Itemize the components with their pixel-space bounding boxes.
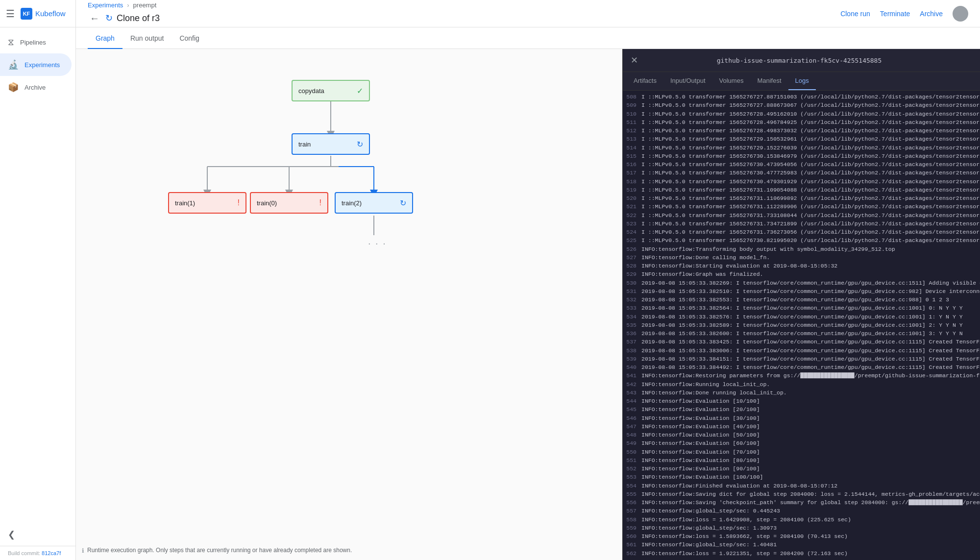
log-line: 556INFO:tensorflow:Saving 'checkpoint_pa… xyxy=(623,498,980,507)
panel-tab-input-output[interactable]: Input/Output xyxy=(663,72,712,90)
log-line-number: 562 xyxy=(623,549,641,558)
log-line: 512I ::MLPv0.5.0 transformer 1565276728.… xyxy=(623,126,980,135)
log-line: 543INFO:tensorflow:Done running local_in… xyxy=(623,389,980,397)
sidebar-item-experiments[interactable]: 🔬 Experiments xyxy=(0,53,72,76)
log-line: 5342019-08-08 15:05:33.382576: I tensorf… xyxy=(623,313,980,321)
log-line: 528INFO:tensorflow:Starting evaluation a… xyxy=(623,262,980,270)
log-line-number: 517 xyxy=(623,169,641,177)
log-line-number: 529 xyxy=(623,270,641,278)
log-line: 510I ::MLPv0.5.0 transformer 1565276728.… xyxy=(623,110,980,118)
panel-close-button[interactable]: ✕ xyxy=(631,55,638,66)
hamburger-menu-button[interactable]: ☰ xyxy=(6,8,15,20)
log-line: 554INFO:tensorflow:Finished evaluation a… xyxy=(623,482,980,490)
main-content: Experiments › preempt ← ↻ Clone of r3 Cl… xyxy=(76,0,980,560)
log-line: 519I ::MLPv0.5.0 transformer 1565276731.… xyxy=(623,186,980,194)
sidebar-collapse-button[interactable]: ❮ xyxy=(0,523,75,546)
terminate-button[interactable]: Terminate xyxy=(880,10,910,18)
node-copydata-status-icon: ✓ xyxy=(357,86,363,96)
breadcrumb-separator: › xyxy=(127,1,129,9)
log-line: 516I ::MLPv0.5.0 transformer 1565276730.… xyxy=(623,160,980,169)
node-train0-label: train(0) xyxy=(257,199,277,207)
log-line-text: 2019-08-08 15:05:33.382600: I tensorflow… xyxy=(641,329,980,338)
log-line: 511I ::MLPv0.5.0 transformer 1565276728.… xyxy=(623,118,980,126)
log-line-text: I ::MLPv0.5.0 transformer 1565276731.734… xyxy=(641,219,980,228)
log-line-text: INFO:tensorflow:Evaluation [20/100] xyxy=(641,405,980,414)
panel-tab-artifacts[interactable]: Artifacts xyxy=(627,72,663,90)
log-line-text: INFO:tensorflow:Evaluation [30/100] xyxy=(641,414,980,422)
log-line-number: 513 xyxy=(623,135,641,143)
log-line-text: 2019-08-08 15:05:33.382510: I tensorflow… xyxy=(641,287,980,295)
log-line-text: INFO:tensorflow:global_step/sec: 1.40481 xyxy=(641,540,980,549)
log-line: 5392019-08-08 15:05:33.384151: I tensorf… xyxy=(623,355,980,363)
log-line-text: INFO:tensorflow:Evaluation [60/100] xyxy=(641,439,980,447)
log-line-text: I ::MLPv0.5.0 transformer 1565276730.479… xyxy=(641,177,980,186)
breadcrumb-experiments-link[interactable]: Experiments xyxy=(88,1,123,9)
tab-graph[interactable]: Graph xyxy=(88,27,122,49)
log-line-text: INFO:tensorflow:Finished evaluation at 2… xyxy=(641,482,980,490)
log-line-number: 516 xyxy=(623,160,641,169)
panel-title: github-issue-summarization-fk5cv-4255145… xyxy=(717,57,882,64)
app-name-label: Kubeflow xyxy=(35,9,66,18)
user-avatar[interactable] xyxy=(953,6,968,22)
log-line: 5382019-08-08 15:05:33.383006: I tensorf… xyxy=(623,346,980,355)
log-line-number: 543 xyxy=(623,389,641,397)
log-line-number: 552 xyxy=(623,464,641,473)
log-line-text: I ::MLPv0.5.0 transformer 1565276731.736… xyxy=(641,228,980,236)
build-hash-link[interactable]: 812ca7f xyxy=(42,550,61,556)
log-line-text: 2019-08-08 15:05:33.382269: I tensorflow… xyxy=(641,279,980,287)
node-train2[interactable]: train(2) ↻ xyxy=(335,192,413,214)
node-train1-label: train(1) xyxy=(175,199,195,207)
log-area[interactable]: 508I ::MLPv0.5.0 transformer 1565276727.… xyxy=(623,91,980,560)
archive-button[interactable]: Archive xyxy=(920,10,943,18)
sidebar-header: ☰ KF Kubeflow xyxy=(0,0,75,27)
panel-tab-volumes[interactable]: Volumes xyxy=(712,72,751,90)
panel-tab-manifest[interactable]: Manifest xyxy=(750,72,788,90)
back-button[interactable]: ← xyxy=(88,11,101,26)
log-line-text: INFO:tensorflow:Running local_init_op. xyxy=(641,380,980,389)
archive-icon: 📦 xyxy=(8,82,19,93)
log-line-text: I ::MLPv0.5.0 transformer 1565276727.888… xyxy=(641,101,980,109)
log-line-number: 525 xyxy=(623,236,641,244)
sidebar-item-archive-label: Archive xyxy=(24,84,46,91)
kubeflow-logo-icon: KF xyxy=(21,8,32,20)
sidebar-item-pipelines[interactable]: ⧖ Pipelines xyxy=(0,31,72,53)
clone-run-button[interactable]: Clone run xyxy=(840,10,870,18)
tab-run-output[interactable]: Run output xyxy=(122,27,172,49)
node-train[interactable]: train ↻ xyxy=(292,133,370,155)
log-line-number: 560 xyxy=(623,532,641,540)
panel-tab-logs[interactable]: Logs xyxy=(788,72,816,90)
breadcrumb-current: preempt xyxy=(133,1,157,9)
log-line-number: 547 xyxy=(623,422,641,431)
log-line-text: INFO:tensorflow:Evaluation [100/100] xyxy=(641,473,980,481)
tab-config[interactable]: Config xyxy=(172,27,207,49)
node-train1[interactable]: train(1) ! xyxy=(168,192,246,214)
log-line-text: INFO:tensorflow:global_step/sec: 1.30973 xyxy=(641,524,980,532)
log-line-number: 508 xyxy=(623,93,641,101)
sidebar-item-archive[interactable]: 📦 Archive xyxy=(0,76,72,98)
log-line-number: 534 xyxy=(623,313,641,321)
sidebar-nav: ⧖ Pipelines 🔬 Experiments 📦 Archive xyxy=(0,27,75,523)
log-line: 5322019-08-08 15:05:33.382553: I tensorf… xyxy=(623,295,980,304)
log-line-number: 555 xyxy=(623,490,641,498)
refresh-icon[interactable]: ↻ xyxy=(105,13,113,24)
topbar-actions: Clone run Terminate Archive xyxy=(840,6,968,22)
log-line-number: 535 xyxy=(623,321,641,329)
node-train1-status-icon: ! xyxy=(238,198,240,207)
log-line: 559INFO:tensorflow:global_step/sec: 1.30… xyxy=(623,524,980,532)
log-line-number: 544 xyxy=(623,397,641,405)
log-line: 517I ::MLPv0.5.0 transformer 1565276730.… xyxy=(623,169,980,177)
log-line: 552INFO:tensorflow:Evaluation [90/100] xyxy=(623,464,980,473)
log-line-text: I ::MLPv0.5.0 transformer 1565276728.495… xyxy=(641,110,980,118)
log-line-text: INFO:tensorflow:Evaluation [70/100] xyxy=(641,448,980,456)
log-line-number: 528 xyxy=(623,262,641,270)
node-copydata[interactable]: copydata ✓ xyxy=(292,80,370,101)
log-line-text: I ::MLPv0.5.0 transformer 1565276728.498… xyxy=(641,126,980,135)
log-line: 542INFO:tensorflow:Running local_init_op… xyxy=(623,380,980,389)
log-line-text: INFO:tensorflow:loss = 1.5893662, step =… xyxy=(641,532,980,540)
log-line-number: 509 xyxy=(623,101,641,109)
log-line: 5332019-08-08 15:05:33.382564: I tensorf… xyxy=(623,304,980,312)
topbar-left: Experiments › preempt ← ↻ Clone of r3 xyxy=(88,1,160,26)
node-train0[interactable]: train(0) ! xyxy=(250,192,328,214)
log-line: 551INFO:tensorflow:Evaluation [80/100] xyxy=(623,456,980,464)
log-line: 5352019-08-08 15:05:33.382589: I tensorf… xyxy=(623,321,980,329)
